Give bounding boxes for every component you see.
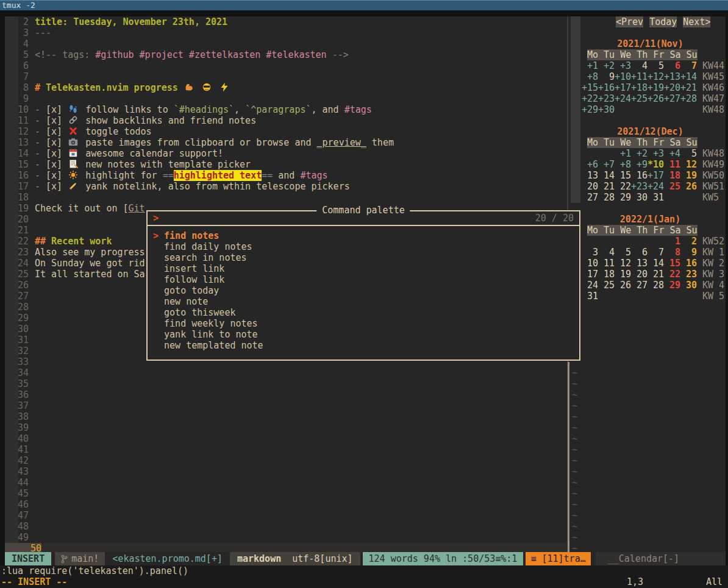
calendar-day[interactable]: 20: [582, 181, 598, 192]
calendar-day[interactable]: +14: [680, 71, 697, 82]
calendar-day[interactable]: +2: [631, 148, 648, 159]
calendar-day[interactable]: 14: [598, 170, 615, 181]
calendar-day[interactable]: 27: [631, 280, 648, 291]
calendar-day[interactable]: 15: [664, 258, 680, 269]
calendar-day[interactable]: 30: [631, 192, 648, 203]
calendar-day[interactable]: +20: [664, 82, 680, 93]
editor-line[interactable]: 47: [18, 510, 566, 521]
calendar-day[interactable]: +24: [648, 181, 664, 192]
calendar-day[interactable]: 9: [598, 71, 615, 82]
calendar-day[interactable]: 4: [598, 247, 615, 258]
palette-item[interactable]: find weekly notes: [148, 318, 579, 329]
calendar-day[interactable]: 29: [615, 192, 631, 203]
editor-line[interactable]: 36: [18, 389, 566, 400]
calendar-day[interactable]: 11: [664, 159, 680, 170]
calendar-day[interactable]: +17: [648, 170, 664, 181]
editor-line[interactable]: 46: [18, 499, 566, 510]
calendar-day[interactable]: +25: [631, 93, 648, 104]
editor-line[interactable]: 15- [x] new notes with template picker: [18, 159, 566, 170]
calendar-day[interactable]: 18: [664, 170, 680, 181]
calendar-day[interactable]: 9: [680, 247, 697, 258]
calendar-day[interactable]: *10: [648, 159, 664, 170]
calendar-day[interactable]: +18: [631, 82, 648, 93]
calendar-day[interactable]: 31: [648, 192, 664, 203]
calendar-day[interactable]: +22: [582, 93, 598, 104]
calendar-day[interactable]: 16: [680, 258, 697, 269]
editor-line[interactable]: 14- [x] awesome calendar support!: [18, 148, 566, 159]
calendar-day[interactable]: +16: [598, 82, 615, 93]
editor-line[interactable]: 45: [18, 488, 566, 499]
calendar-day[interactable]: 3: [582, 247, 598, 258]
editor-line[interactable]: 41: [18, 444, 566, 455]
calendar-day[interactable]: +27: [664, 93, 680, 104]
editor-line[interactable]: 9: [18, 93, 566, 104]
palette-item[interactable]: goto today: [148, 285, 579, 296]
editor-line[interactable]: 18: [18, 192, 566, 203]
editor-line[interactable]: 8# Telekasten.nvim progress: [18, 82, 566, 93]
calendar-day[interactable]: +3: [615, 60, 631, 71]
calendar-day[interactable]: 12: [680, 159, 697, 170]
calendar-day[interactable]: 28: [598, 192, 615, 203]
editor-line[interactable]: 43: [18, 466, 566, 477]
calendar-day[interactable]: 23: [680, 269, 697, 280]
calendar-day[interactable]: 16: [631, 170, 648, 181]
calendar-day[interactable]: 15: [615, 170, 631, 181]
calendar-day[interactable]: 31: [582, 291, 598, 302]
calendar-day[interactable]: 21: [598, 181, 615, 192]
palette-item[interactable]: follow link: [148, 274, 579, 285]
calendar-day[interactable]: 5: [680, 148, 697, 159]
calendar-day[interactable]: 18: [598, 269, 615, 280]
palette-item[interactable]: new templated note: [148, 340, 579, 351]
calendar-day[interactable]: 13: [582, 170, 598, 181]
calendar-day[interactable]: 2: [680, 236, 697, 247]
editor-line[interactable]: 4: [18, 38, 566, 49]
calendar-day[interactable]: 26: [615, 280, 631, 291]
calendar-day[interactable]: +4: [664, 148, 680, 159]
calendar-day[interactable]: 28: [648, 280, 664, 291]
calendar-day[interactable]: +26: [648, 93, 664, 104]
calendar-day[interactable]: 11: [598, 258, 615, 269]
calendar-day[interactable]: +10: [615, 71, 631, 82]
calendar-day[interactable]: 30: [680, 280, 697, 291]
calendar-day[interactable]: 25: [598, 280, 615, 291]
calendar-day[interactable]: +23: [631, 181, 648, 192]
calendar-day[interactable]: 1: [664, 236, 680, 247]
editor-line[interactable]: 39: [18, 422, 566, 433]
calendar-day[interactable]: 4: [631, 60, 648, 71]
editor-line[interactable]: 2title: Tuesday, November 23th, 2021: [18, 16, 566, 27]
calendar-day[interactable]: +17: [615, 82, 631, 93]
command-line[interactable]: :lua require('telekasten').panel(): [0, 565, 728, 576]
editor-line[interactable]: 49: [18, 532, 566, 543]
editor-line[interactable]: 16- [x] highlight for ==highlighted text…: [18, 170, 566, 181]
scrollbar-thumb[interactable]: [568, 362, 569, 552]
calendar-day[interactable]: 6: [631, 247, 648, 258]
calendar-day[interactable]: +24: [615, 93, 631, 104]
calendar-day[interactable]: +9: [631, 159, 648, 170]
calendar-day[interactable]: +1: [615, 148, 631, 159]
editor-line[interactable]: 50: [18, 543, 566, 552]
editor-line[interactable]: 10- [x] follow links to `#headings`, `^p…: [18, 104, 566, 115]
calendar-day[interactable]: +15: [582, 82, 598, 93]
palette-item[interactable]: insert link: [148, 263, 579, 274]
editor-line[interactable]: 35: [18, 378, 566, 389]
calendar-day[interactable]: 5: [648, 60, 664, 71]
calendar-day[interactable]: 19: [615, 269, 631, 280]
editor-line[interactable]: 48: [18, 521, 566, 532]
calendar-day[interactable]: +8: [582, 71, 598, 82]
editor-line[interactable]: 34: [18, 367, 566, 378]
calendar-day[interactable]: 7: [680, 60, 697, 71]
calendar-day[interactable]: 12: [615, 258, 631, 269]
calendar-day[interactable]: 22: [615, 181, 631, 192]
calendar-day[interactable]: 21: [648, 269, 664, 280]
calendar-day[interactable]: +19: [648, 82, 664, 93]
calendar-day[interactable]: +11: [631, 71, 648, 82]
calendar-day[interactable]: +13: [664, 71, 680, 82]
calendar-day[interactable]: +28: [680, 93, 697, 104]
calendar-day[interactable]: +7: [598, 159, 615, 170]
calendar-day[interactable]: +29: [582, 104, 598, 115]
palette-item[interactable]: search in notes: [148, 252, 579, 263]
calendar-day[interactable]: +8: [615, 159, 631, 170]
editor-line[interactable]: 17- [x] yank notelink, also from wthin t…: [18, 181, 566, 192]
editor-line[interactable]: 38: [18, 411, 566, 422]
editor-line[interactable]: 3---: [18, 27, 566, 38]
